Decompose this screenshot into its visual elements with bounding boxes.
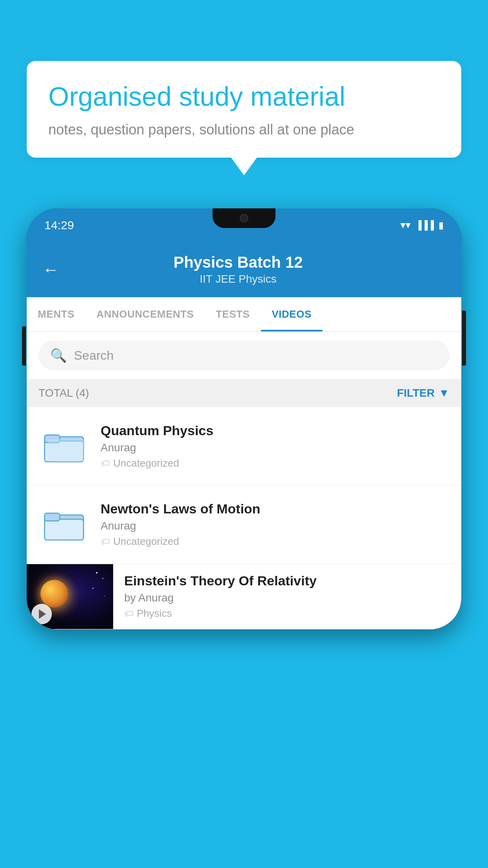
bubble-subtitle: notes, question papers, solutions all at…: [48, 121, 440, 138]
svg-rect-6: [48, 439, 84, 462]
tabs-bar: MENTS ANNOUNCEMENTS TESTS VIDEOS: [27, 297, 461, 332]
header-title: Physics Batch 12: [71, 254, 405, 271]
side-btn-right: [462, 311, 466, 366]
star3: [92, 588, 94, 589]
search-container: 🔍 Search: [27, 332, 461, 379]
tag-icon-quantum: 🏷: [101, 458, 110, 469]
tab-tests[interactable]: TESTS: [205, 297, 261, 331]
total-count: TOTAL (4): [39, 387, 89, 399]
search-bar[interactable]: 🔍 Search: [39, 340, 449, 370]
search-icon: 🔍: [50, 348, 67, 363]
folder-icon-newton: [42, 503, 86, 546]
newton-info: Newton's Laws of Motion Anurag 🏷 Uncateg…: [101, 501, 449, 548]
newton-author: Anurag: [101, 520, 449, 532]
quantum-title: Quantum Physics: [101, 423, 449, 438]
einstein-thumbnail: [27, 564, 113, 629]
side-btn-left: [22, 326, 26, 366]
video-list: Quantum Physics Anurag 🏷 Uncategorized: [27, 407, 461, 629]
video-item-newton[interactable]: Newton's Laws of Motion Anurag 🏷 Uncateg…: [27, 485, 461, 564]
play-button[interactable]: [31, 604, 52, 624]
play-triangle-icon: [39, 609, 46, 619]
tag-icon-einstein: 🏷: [124, 608, 134, 619]
quantum-thumbnail: [39, 421, 90, 472]
phone-wrapper: 14:29 ▾▾ ▐▐▐ ▮ ← Physics Batch 12: [27, 208, 461, 629]
status-bar: 14:29 ▾▾ ▐▐▐ ▮: [27, 208, 461, 242]
filter-icon: ▼: [438, 387, 449, 399]
einstein-info: Einstein's Theory Of Relativity by Anura…: [124, 564, 449, 629]
header-subtitle: IIT JEE Physics: [71, 273, 405, 285]
planet: [40, 580, 68, 607]
camera-dot: [240, 214, 248, 223]
filter-button[interactable]: FILTER ▼: [397, 387, 449, 399]
back-button[interactable]: ←: [42, 260, 59, 279]
einstein-title: Einstein's Theory Of Relativity: [124, 573, 449, 588]
tag-icon-newton: 🏷: [101, 536, 110, 547]
einstein-author: by Anurag: [124, 592, 449, 604]
video-item-quantum[interactable]: Quantum Physics Anurag 🏷 Uncategorized: [27, 407, 461, 485]
star1: [96, 572, 97, 574]
app-background: Organised study material notes, question…: [0, 0, 488, 868]
svg-rect-9: [45, 519, 84, 540]
status-time: 14:29: [44, 219, 74, 232]
signal-icon: ▐▐▐: [415, 220, 434, 230]
phone-container: 14:29 ▾▾ ▐▐▐ ▮ ← Physics Batch 12: [27, 208, 461, 868]
wifi-icon: ▾▾: [400, 219, 411, 231]
video-item-einstein[interactable]: Einstein's Theory Of Relativity by Anura…: [27, 564, 461, 629]
filter-label: FILTER: [397, 387, 435, 399]
search-input[interactable]: Search: [74, 348, 438, 363]
header-text: Physics Batch 12 IIT JEE Physics: [71, 254, 405, 285]
notch: [213, 208, 275, 228]
svg-rect-11: [45, 513, 60, 521]
battery-icon: ▮: [438, 220, 444, 231]
newton-thumbnail: [39, 499, 90, 550]
phone: 14:29 ▾▾ ▐▐▐ ▮ ← Physics Batch 12: [27, 208, 461, 629]
star4: [105, 596, 105, 596]
newton-title: Newton's Laws of Motion: [101, 501, 449, 517]
quantum-author: Anurag: [101, 441, 449, 454]
tab-videos[interactable]: VIDEOS: [261, 297, 323, 331]
bubble-title: Organised study material: [48, 81, 440, 113]
star2: [102, 578, 103, 579]
einstein-tag: 🏷 Physics: [124, 607, 449, 620]
folder-icon-quantum: [42, 425, 86, 468]
tab-announcements[interactable]: ANNOUNCEMENTS: [86, 297, 205, 331]
newton-tag: 🏷 Uncategorized: [101, 535, 449, 548]
status-icons: ▾▾ ▐▐▐ ▮: [400, 219, 444, 231]
tab-ments[interactable]: MENTS: [27, 297, 86, 331]
quantum-tag: 🏷 Uncategorized: [101, 457, 449, 469]
app-header: ← Physics Batch 12 IIT JEE Physics: [27, 242, 461, 297]
filter-bar: TOTAL (4) FILTER ▼: [27, 379, 461, 407]
speech-bubble: Organised study material notes, question…: [27, 61, 461, 158]
quantum-info: Quantum Physics Anurag 🏷 Uncategorized: [101, 423, 449, 469]
